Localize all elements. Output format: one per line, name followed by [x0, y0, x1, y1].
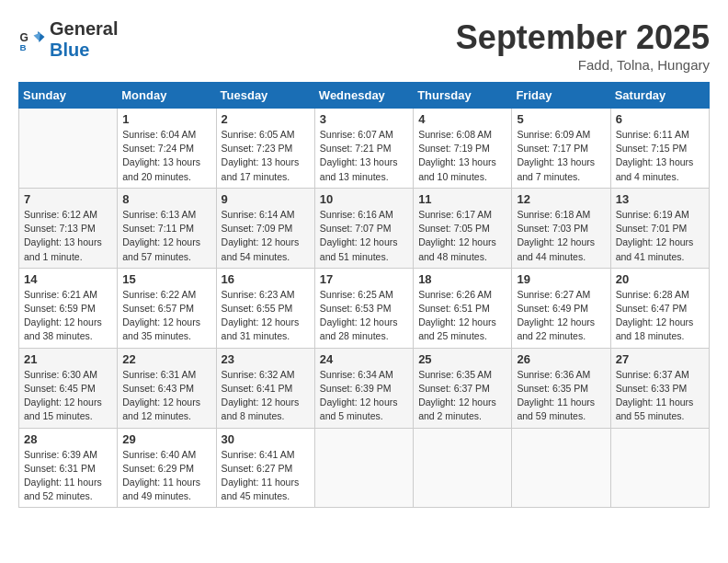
col-header-wednesday: Wednesday [314, 83, 413, 109]
day-info: Sunrise: 6:37 AM Sunset: 6:33 PM Dayligh… [616, 368, 704, 424]
day-info: Sunrise: 6:17 AM Sunset: 7:05 PM Dayligh… [418, 208, 506, 264]
calendar-cell: 11Sunrise: 6:17 AM Sunset: 7:05 PM Dayli… [414, 188, 512, 268]
day-info: Sunrise: 6:40 AM Sunset: 6:29 PM Dayligh… [122, 448, 210, 504]
calendar-cell: 19Sunrise: 6:27 AM Sunset: 6:49 PM Dayli… [512, 268, 610, 348]
calendar-cell: 14Sunrise: 6:21 AM Sunset: 6:59 PM Dayli… [19, 268, 118, 348]
calendar-cell [610, 428, 709, 508]
calendar-cell: 8Sunrise: 6:13 AM Sunset: 7:11 PM Daylig… [118, 188, 216, 268]
page-header: G B General Blue September 2025 Fadd, To… [18, 18, 710, 73]
calendar-cell: 25Sunrise: 6:35 AM Sunset: 6:37 PM Dayli… [414, 348, 512, 428]
day-info: Sunrise: 6:09 AM Sunset: 7:17 PM Dayligh… [517, 128, 605, 184]
calendar-cell: 27Sunrise: 6:37 AM Sunset: 6:33 PM Dayli… [610, 348, 709, 428]
day-number: 19 [517, 272, 605, 286]
day-info: Sunrise: 6:11 AM Sunset: 7:15 PM Dayligh… [616, 128, 704, 184]
calendar-cell: 28Sunrise: 6:39 AM Sunset: 6:31 PM Dayli… [19, 428, 118, 508]
day-number: 15 [122, 272, 210, 286]
day-number: 22 [122, 352, 210, 366]
day-number: 11 [418, 192, 506, 206]
calendar-cell: 15Sunrise: 6:22 AM Sunset: 6:57 PM Dayli… [118, 268, 216, 348]
day-number: 6 [616, 112, 704, 126]
logo-icon: G B [18, 26, 46, 53]
day-number: 26 [517, 352, 605, 366]
day-info: Sunrise: 6:35 AM Sunset: 6:37 PM Dayligh… [418, 368, 506, 424]
day-info: Sunrise: 6:08 AM Sunset: 7:19 PM Dayligh… [418, 128, 506, 184]
week-row-5: 28Sunrise: 6:39 AM Sunset: 6:31 PM Dayli… [19, 428, 710, 508]
day-info: Sunrise: 6:34 AM Sunset: 6:39 PM Dayligh… [320, 368, 408, 424]
day-info: Sunrise: 6:19 AM Sunset: 7:01 PM Dayligh… [616, 208, 704, 264]
week-row-4: 21Sunrise: 6:30 AM Sunset: 6:45 PM Dayli… [19, 348, 710, 428]
col-header-thursday: Thursday [414, 83, 512, 109]
day-number: 8 [122, 192, 210, 206]
svg-text:B: B [20, 42, 27, 52]
day-info: Sunrise: 6:28 AM Sunset: 6:47 PM Dayligh… [616, 288, 704, 344]
day-info: Sunrise: 6:41 AM Sunset: 6:27 PM Dayligh… [222, 448, 310, 504]
calendar-cell [19, 109, 118, 189]
calendar-cell: 10Sunrise: 6:16 AM Sunset: 7:07 PM Dayli… [314, 188, 413, 268]
col-header-tuesday: Tuesday [216, 83, 314, 109]
day-number: 18 [418, 272, 506, 286]
day-number: 12 [517, 192, 605, 206]
day-info: Sunrise: 6:31 AM Sunset: 6:43 PM Dayligh… [122, 368, 210, 424]
day-number: 27 [616, 352, 704, 366]
day-number: 3 [320, 112, 408, 126]
calendar-cell: 6Sunrise: 6:11 AM Sunset: 7:15 PM Daylig… [610, 109, 709, 189]
day-number: 17 [320, 272, 408, 286]
day-number: 5 [517, 112, 605, 126]
calendar-cell: 13Sunrise: 6:19 AM Sunset: 7:01 PM Dayli… [610, 188, 709, 268]
calendar-table: SundayMondayTuesdayWednesdayThursdayFrid… [18, 82, 710, 508]
calendar-cell: 30Sunrise: 6:41 AM Sunset: 6:27 PM Dayli… [216, 428, 314, 508]
day-number: 13 [616, 192, 704, 206]
week-row-2: 7Sunrise: 6:12 AM Sunset: 7:13 PM Daylig… [19, 188, 710, 268]
calendar-cell: 1Sunrise: 6:04 AM Sunset: 7:24 PM Daylig… [118, 109, 216, 189]
day-info: Sunrise: 6:23 AM Sunset: 6:55 PM Dayligh… [222, 288, 310, 344]
day-info: Sunrise: 6:21 AM Sunset: 6:59 PM Dayligh… [24, 288, 112, 344]
title-block: September 2025 Fadd, Tolna, Hungary [456, 18, 710, 73]
calendar-cell: 16Sunrise: 6:23 AM Sunset: 6:55 PM Dayli… [216, 268, 314, 348]
week-row-3: 14Sunrise: 6:21 AM Sunset: 6:59 PM Dayli… [19, 268, 710, 348]
day-number: 20 [616, 272, 704, 286]
location: Fadd, Tolna, Hungary [456, 57, 710, 73]
day-info: Sunrise: 6:04 AM Sunset: 7:24 PM Dayligh… [122, 128, 210, 184]
day-info: Sunrise: 6:25 AM Sunset: 6:53 PM Dayligh… [320, 288, 408, 344]
day-number: 23 [222, 352, 310, 366]
calendar-cell: 20Sunrise: 6:28 AM Sunset: 6:47 PM Dayli… [610, 268, 709, 348]
day-info: Sunrise: 6:05 AM Sunset: 7:23 PM Dayligh… [222, 128, 310, 184]
day-number: 29 [122, 432, 210, 446]
day-info: Sunrise: 6:27 AM Sunset: 6:49 PM Dayligh… [517, 288, 605, 344]
day-info: Sunrise: 6:16 AM Sunset: 7:07 PM Dayligh… [320, 208, 408, 264]
week-row-1: 1Sunrise: 6:04 AM Sunset: 7:24 PM Daylig… [19, 109, 710, 189]
calendar-cell [314, 428, 413, 508]
day-info: Sunrise: 6:22 AM Sunset: 6:57 PM Dayligh… [122, 288, 210, 344]
day-number: 1 [122, 112, 210, 126]
day-number: 4 [418, 112, 506, 126]
col-header-monday: Monday [118, 83, 216, 109]
calendar-cell: 18Sunrise: 6:26 AM Sunset: 6:51 PM Dayli… [414, 268, 512, 348]
day-number: 2 [222, 112, 310, 126]
day-info: Sunrise: 6:32 AM Sunset: 6:41 PM Dayligh… [222, 368, 310, 424]
day-number: 24 [320, 352, 408, 366]
day-info: Sunrise: 6:39 AM Sunset: 6:31 PM Dayligh… [24, 448, 112, 504]
calendar-cell [414, 428, 512, 508]
logo: G B General Blue [18, 18, 118, 61]
calendar-cell: 24Sunrise: 6:34 AM Sunset: 6:39 PM Dayli… [314, 348, 413, 428]
day-info: Sunrise: 6:14 AM Sunset: 7:09 PM Dayligh… [222, 208, 310, 264]
day-number: 21 [24, 352, 112, 366]
day-number: 14 [24, 272, 112, 286]
calendar-cell: 29Sunrise: 6:40 AM Sunset: 6:29 PM Dayli… [118, 428, 216, 508]
calendar-cell: 7Sunrise: 6:12 AM Sunset: 7:13 PM Daylig… [19, 188, 118, 268]
day-number: 16 [222, 272, 310, 286]
calendar-cell: 5Sunrise: 6:09 AM Sunset: 7:17 PM Daylig… [512, 109, 610, 189]
calendar-cell [512, 428, 610, 508]
day-number: 10 [320, 192, 408, 206]
calendar-cell: 2Sunrise: 6:05 AM Sunset: 7:23 PM Daylig… [216, 109, 314, 189]
day-info: Sunrise: 6:12 AM Sunset: 7:13 PM Dayligh… [24, 208, 112, 264]
day-info: Sunrise: 6:26 AM Sunset: 6:51 PM Dayligh… [418, 288, 506, 344]
calendar-cell: 3Sunrise: 6:07 AM Sunset: 7:21 PM Daylig… [314, 109, 413, 189]
calendar-cell: 21Sunrise: 6:30 AM Sunset: 6:45 PM Dayli… [19, 348, 118, 428]
day-number: 28 [24, 432, 112, 446]
day-info: Sunrise: 6:07 AM Sunset: 7:21 PM Dayligh… [320, 128, 408, 184]
calendar-cell: 12Sunrise: 6:18 AM Sunset: 7:03 PM Dayli… [512, 188, 610, 268]
day-number: 25 [418, 352, 506, 366]
col-header-saturday: Saturday [610, 83, 709, 109]
col-header-sunday: Sunday [19, 83, 118, 109]
